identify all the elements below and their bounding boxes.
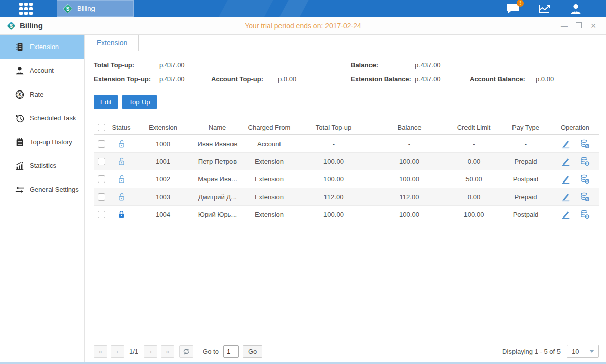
total-topup-cell: 100.00 <box>296 175 371 183</box>
goto-page-input[interactable] <box>223 345 239 358</box>
edit-pencil-icon[interactable] <box>560 174 571 184</box>
rate-icon: $ <box>15 90 24 99</box>
billing-diamond-icon: $ <box>62 3 73 14</box>
tab-bar: Extension <box>85 35 606 51</box>
svg-text:$: $ <box>586 197 588 201</box>
edit-pencil-icon[interactable] <box>560 156 571 166</box>
main-content: Extension Total Top-up: p.437.00 Balance… <box>85 35 606 362</box>
name-cell: Петр Петров <box>192 158 243 165</box>
column-header: Charged From <box>243 124 296 131</box>
monitor-chart-icon[interactable] <box>537 3 551 15</box>
total-topup-value: p.437.00 <box>159 61 351 69</box>
charged-from-cell: Account <box>243 140 296 148</box>
sidebar-item-account[interactable]: Account <box>0 59 84 82</box>
top-up-coins-icon[interactable]: $ <box>579 209 590 220</box>
column-header: Operation <box>551 124 599 131</box>
messages-icon[interactable]: ! <box>506 3 520 15</box>
column-header: Credit Limit <box>447 124 500 131</box>
sidebar-item-rate[interactable]: $Rate <box>0 82 84 106</box>
sidebar-item-label: Top-up History <box>30 138 72 146</box>
total-topup-cell: 100.00 <box>296 211 371 218</box>
sidebar-item-general-settings[interactable]: General Settings <box>0 177 84 201</box>
select-all-checkbox[interactable] <box>98 124 105 131</box>
window-title: Billing <box>20 21 43 30</box>
table-header-row: StatusExtensionNameCharged FromTotal Top… <box>94 120 599 135</box>
account-balance-value: p.0.00 <box>536 75 606 83</box>
balance-cell: 100.00 <box>371 158 447 165</box>
total-topup-cell: 112.00 <box>296 193 371 201</box>
row-checkbox[interactable] <box>98 193 105 201</box>
sidebar-item-label: Scheduled Task <box>30 114 76 122</box>
page-indicator: 1/1 <box>129 348 138 355</box>
top-up-coins-icon[interactable]: $ <box>579 192 590 202</box>
sidebar-item-statistics[interactable]: Statistics <box>0 154 84 177</box>
svg-text:$: $ <box>586 144 588 148</box>
sidebar-item-scheduled-task[interactable]: Scheduled Task <box>0 106 84 130</box>
tab-extension[interactable]: Extension <box>85 35 139 51</box>
row-checkbox[interactable] <box>98 175 105 183</box>
row-checkbox[interactable] <box>98 211 105 218</box>
name-cell: Иван Иванов <box>192 140 243 148</box>
svg-text:$: $ <box>18 92 21 97</box>
chevron-down-icon <box>589 350 594 353</box>
sidebar-item-extension[interactable]: Extension <box>0 35 84 59</box>
first-page-button[interactable]: « <box>94 345 107 358</box>
close-icon[interactable]: ✕ <box>589 21 598 30</box>
extension-table: StatusExtensionNameCharged FromTotal Top… <box>94 120 599 223</box>
extension-topup-label: Extension Top-up: <box>94 75 159 83</box>
account-topup-value: p.0.00 <box>278 75 351 83</box>
column-header: Total Top-up <box>296 124 371 131</box>
svg-text:$: $ <box>10 23 13 28</box>
extension-balance-label: Extension Balance: <box>351 75 415 83</box>
balance-label: Balance: <box>351 61 415 69</box>
statistics-icon <box>15 161 24 170</box>
prev-page-button[interactable]: ‹ <box>111 345 124 358</box>
extension-icon <box>15 42 24 52</box>
sidebar-item-topup-history[interactable]: Top-up History <box>0 130 84 154</box>
balance-cell: 100.00 <box>371 175 447 183</box>
app-grid-icon[interactable] <box>19 3 34 15</box>
last-page-button[interactable]: » <box>161 345 174 358</box>
column-header: Extension <box>134 124 192 131</box>
charged-from-cell: Extension <box>243 175 296 183</box>
refresh-button[interactable] <box>179 345 193 358</box>
topup-history-icon <box>15 138 24 147</box>
status-lock-open-icon <box>116 192 126 202</box>
next-page-button[interactable]: › <box>144 345 157 358</box>
top-up-coins-icon[interactable]: $ <box>579 174 590 185</box>
top-up-coins-icon[interactable]: $ <box>579 156 590 167</box>
pay-type-cell: Postpaid <box>500 175 551 183</box>
minimize-icon[interactable]: — <box>560 21 569 30</box>
total-topup-label: Total Top-up: <box>94 61 159 69</box>
taskbar-tab-billing[interactable]: $ Billing <box>57 0 134 17</box>
edit-button[interactable]: Edit <box>94 95 118 109</box>
row-checkbox[interactable] <box>98 158 105 165</box>
go-button[interactable]: Go <box>243 345 262 358</box>
top-up-coins-icon[interactable]: $ <box>579 139 590 149</box>
svg-text:$: $ <box>586 214 588 219</box>
edit-pencil-icon[interactable] <box>560 139 571 149</box>
total-topup-cell: - <box>296 140 371 148</box>
window-titlebar: $ Billing Your trial period ends on: 201… <box>0 17 606 35</box>
status-lock-open-icon <box>116 139 126 149</box>
extension-cell: 1001 <box>134 158 192 165</box>
maximize-icon[interactable] <box>576 22 582 28</box>
page-size-select[interactable]: 10 <box>567 345 599 358</box>
sidebar-item-label: Extension <box>30 43 59 51</box>
row-checkbox[interactable] <box>98 140 105 148</box>
column-header: Name <box>192 124 243 131</box>
edit-pencil-icon[interactable] <box>560 209 571 219</box>
svg-text:$: $ <box>586 179 588 184</box>
credit-limit-cell: 100.00 <box>447 211 500 218</box>
sidebar-item-label: Account <box>30 67 54 74</box>
edit-pencil-icon[interactable] <box>560 192 571 202</box>
billing-app-window: $ Billing ! <box>0 0 606 364</box>
table-row: 1004Юрий Юрь...Extension100.00100.00100.… <box>94 206 599 223</box>
top-up-button[interactable]: Top Up <box>122 95 156 109</box>
action-buttons: Edit Top Up <box>94 95 606 109</box>
status-lock-open-icon <box>116 174 126 184</box>
balance-value: p.437.00 <box>415 61 606 69</box>
balance-cell: - <box>371 140 447 148</box>
column-header: Pay Type <box>500 124 551 131</box>
user-account-icon[interactable] <box>569 3 583 15</box>
